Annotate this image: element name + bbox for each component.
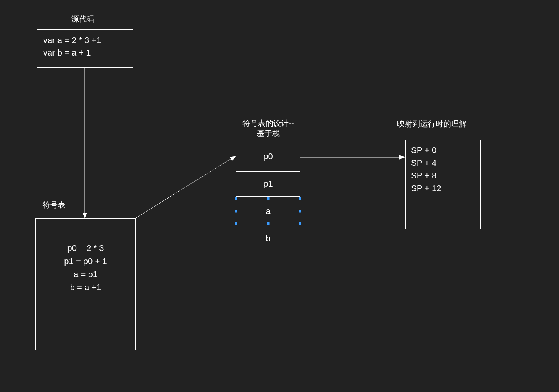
stack-cell-p0-label: p0: [263, 151, 273, 162]
arrow-stack-to-runtime: [300, 153, 405, 161]
source-code-box: var a = 2 * 3 +1 var b = a + 1: [37, 29, 133, 68]
stack-title-line-1: 符号表的设计--: [226, 118, 311, 128]
arrow-source-to-symtab: [81, 68, 89, 218]
selection-handle[interactable]: [235, 210, 237, 213]
runtime-line-4: SP + 12: [411, 182, 475, 195]
stack-cell-a[interactable]: a: [236, 199, 300, 224]
stack-cell-p1-label: p1: [263, 179, 273, 189]
source-code-content: var a = 2 * 3 +1 var b = a + 1: [37, 30, 133, 64]
symtab-line-3: a = p1: [36, 268, 135, 281]
selection-handle[interactable]: [299, 197, 301, 200]
svg-marker-5: [399, 155, 405, 160]
stack-title: 符号表的设计-- 基于栈: [226, 118, 311, 138]
selection-handle[interactable]: [299, 222, 301, 225]
symbol-table-title: 符号表: [39, 200, 69, 210]
symtab-line-1: p0 = 2 * 3: [36, 242, 135, 255]
stack-cell-p0: p0: [236, 144, 300, 169]
stack-cell-p1: p1: [236, 171, 300, 197]
stack-cell-b-label: b: [266, 234, 270, 244]
stack-cell-b: b: [236, 226, 300, 251]
selection-handle[interactable]: [299, 210, 301, 213]
stack-title-line-2: 基于栈: [226, 128, 311, 138]
runtime-content: SP + 0 SP + 4 SP + 8 SP + 12: [406, 140, 480, 199]
symbol-table-content: p0 = 2 * 3 p1 = p0 + 1 a = p1 b = a +1: [36, 219, 135, 294]
selection-handle[interactable]: [267, 222, 269, 225]
symbol-table-box: p0 = 2 * 3 p1 = p0 + 1 a = p1 b = a +1: [35, 218, 136, 350]
source-line-1: var a = 2 * 3 +1: [43, 34, 126, 47]
svg-line-2: [136, 159, 231, 218]
symtab-line-2: p1 = p0 + 1: [36, 255, 135, 268]
runtime-line-3: SP + 8: [411, 169, 475, 182]
arrow-symtab-to-stack: [136, 156, 236, 222]
runtime-line-2: SP + 4: [411, 156, 475, 169]
source-code-title: 源代码: [64, 14, 102, 24]
svg-marker-1: [83, 213, 87, 218]
selection-handle[interactable]: [267, 197, 269, 200]
symtab-line-4: b = a +1: [36, 281, 135, 294]
runtime-line-1: SP + 0: [411, 144, 475, 156]
runtime-title: 映射到运行时的理解: [387, 119, 476, 129]
selection-handle[interactable]: [235, 197, 237, 200]
source-line-2: var b = a + 1: [43, 47, 126, 59]
runtime-box: SP + 0 SP + 4 SP + 8 SP + 12: [405, 140, 481, 229]
svg-marker-3: [230, 156, 236, 161]
selection-handle[interactable]: [235, 222, 237, 225]
stack-cell-a-label: a: [266, 206, 270, 216]
